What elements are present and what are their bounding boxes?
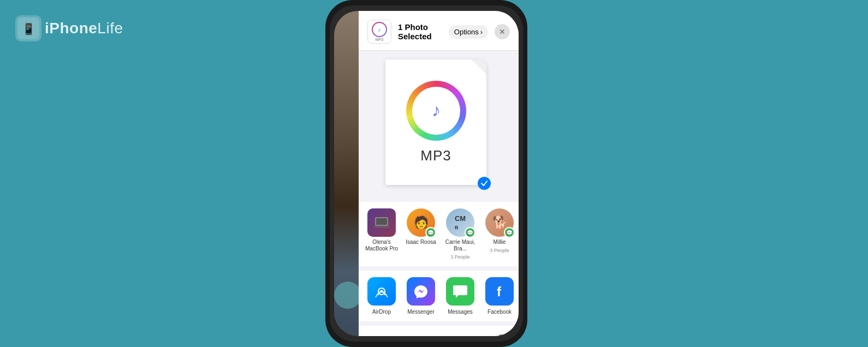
iphone-life-logo: 📱 iPhoneLife: [15, 15, 123, 41]
macbook-icon: [373, 216, 390, 229]
music-circle: ♪: [406, 81, 466, 141]
contact-millie[interactable]: 🐕 💬 Millie 3 People: [481, 208, 518, 260]
app-facebook-label: Facebook: [487, 309, 512, 315]
background-photo: [334, 11, 359, 336]
music-circle-inner: ♪: [412, 87, 460, 135]
message-badge-icon: 💬: [427, 230, 434, 236]
contact-macbook[interactable]: Olena's MacBook Pro: [363, 208, 400, 260]
svg-text:📱: 📱: [22, 22, 35, 35]
messenger-svg: [413, 283, 429, 300]
svg-rect-8: [376, 218, 387, 225]
contacts-row: Olena's MacBook Pro 🧑 💬 Isaac Roosa CM: [359, 202, 519, 266]
logo-suffix: Life: [97, 20, 123, 37]
app-facebook[interactable]: f Facebook: [481, 277, 518, 315]
share-header: ♪ MP3 1 Photo Selected Options › ✕: [359, 11, 519, 51]
phone-screen: ♪ MP3 1 Photo Selected Options › ✕: [330, 5, 523, 342]
contact-avatar-wrap-millie: 🐕 💬: [485, 208, 514, 237]
app-airdrop-label: AirDrop: [372, 309, 391, 315]
copy-photo-icon: [498, 333, 510, 336]
message-badge-icon-carrie: 💬: [467, 230, 473, 236]
music-note-icon: ♪: [422, 97, 450, 125]
file-page: ♪ MP3: [385, 59, 486, 185]
copy-icon-svg: [498, 333, 510, 336]
contact-millie-sub: 3 People: [490, 248, 509, 253]
contact-carrie-name: Carrie Maui, Bra...: [442, 239, 478, 252]
svg-point-11: [381, 290, 383, 293]
phone-frame: ♪ MP3 1 Photo Selected Options › ✕: [325, 0, 527, 347]
action-rows: Copy Photo Use as Wallpaper: [359, 326, 519, 336]
file-thumbnail: ♪ MP3: [367, 20, 391, 44]
file-thumb-label: MP3: [376, 38, 383, 41]
svg-rect-9: [373, 226, 390, 228]
options-button[interactable]: Options ›: [449, 25, 488, 39]
app-messenger-label: Messenger: [407, 309, 434, 315]
avatar-macbook: [367, 208, 396, 237]
copy-photo-action[interactable]: Copy Photo: [359, 326, 519, 336]
header-title: 1 Photo Selected: [398, 22, 442, 41]
contact-avatar-wrap-isaac: 🧑 💬: [407, 208, 435, 237]
message-badge-icon-millie: 💬: [506, 230, 513, 236]
selected-check-badge: [478, 177, 491, 190]
close-icon: ✕: [499, 27, 506, 36]
message-badge-millie: 💬: [504, 227, 515, 238]
messages-svg: [452, 283, 468, 300]
svg-text:f: f: [497, 284, 502, 299]
options-label: Options: [454, 28, 479, 36]
logo-icon: 📱: [15, 15, 41, 41]
logo-text: iPhoneLife: [45, 20, 123, 37]
airdrop-svg: [373, 283, 390, 300]
message-badge-carrie: 💬: [465, 227, 475, 238]
airdrop-icon: [367, 277, 396, 306]
contact-millie-name: Millie: [494, 239, 506, 246]
contact-isaac[interactable]: 🧑 💬 Isaac Roosa: [402, 208, 439, 260]
logo-brand: iPhone: [45, 20, 97, 37]
svg-rect-17: [500, 335, 506, 336]
checkmark-icon: [480, 180, 488, 187]
app-airdrop[interactable]: AirDrop: [363, 277, 400, 315]
app-messages[interactable]: Messages: [442, 277, 479, 315]
share-sheet: ♪ MP3 1 Photo Selected Options › ✕: [359, 11, 519, 336]
app-messenger[interactable]: Messenger: [402, 277, 439, 315]
options-chevron: ›: [480, 28, 483, 36]
mp3-preview: ♪ MP3: [385, 59, 492, 193]
message-badge-isaac: 💬: [425, 227, 436, 238]
messages-icon: [446, 277, 474, 306]
contact-avatar-wrap-macbook: [367, 208, 396, 237]
close-button[interactable]: ✕: [495, 24, 510, 39]
preview-area: ♪ MP3: [359, 51, 519, 202]
contact-macbook-name: Olena's MacBook Pro: [364, 239, 400, 252]
messenger-icon: [407, 277, 435, 306]
contact-isaac-name: Isaac Roosa: [406, 239, 436, 246]
contact-carrie-sub: 3 People: [450, 254, 470, 260]
contact-carrie[interactable]: CMB 💬 Carrie Maui, Bra... 3 People: [442, 208, 479, 260]
mp3-label: MP3: [420, 147, 451, 164]
app-messages-label: Messages: [448, 309, 473, 315]
svg-text:♪: ♪: [378, 26, 381, 33]
copy-photo-label: Copy Photo: [367, 336, 413, 337]
bg-photo-content: [334, 11, 359, 336]
header-info: 1 Photo Selected: [398, 22, 442, 41]
cm-initials: CMB: [455, 214, 466, 231]
apps-row: AirDrop Messenger: [359, 271, 519, 321]
contact-avatar-wrap-carrie: CMB 💬: [446, 208, 474, 237]
facebook-svg: f: [491, 283, 508, 300]
file-thumb-svg: ♪: [372, 22, 387, 37]
facebook-icon: f: [485, 277, 514, 306]
svg-text:♪: ♪: [432, 100, 441, 120]
